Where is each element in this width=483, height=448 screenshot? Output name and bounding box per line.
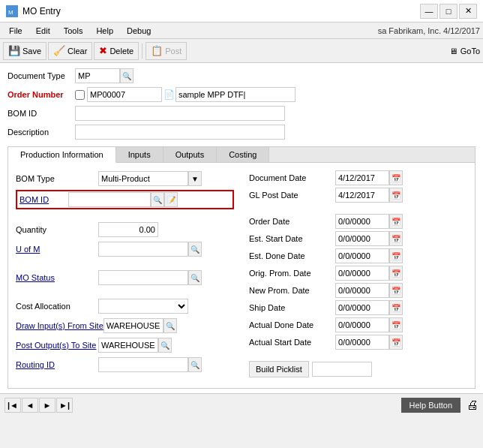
clear-icon: 🧹	[53, 45, 65, 56]
menu-debug[interactable]: Debug	[121, 25, 157, 37]
description-input[interactable]	[75, 125, 285, 140]
goto-label: GoTo	[460, 47, 480, 56]
cost-allocation-select[interactable]	[98, 299, 188, 314]
uom-lookup-icon[interactable]: 🔍	[188, 242, 202, 257]
order-note-input[interactable]	[176, 87, 296, 102]
quantity-row: Quantity	[16, 221, 234, 238]
post-icon: 📋	[151, 45, 163, 56]
bom-id-top-input[interactable]	[75, 106, 285, 121]
draw-inputs-input[interactable]	[104, 318, 164, 333]
post-button[interactable]: 📋 Post	[146, 42, 187, 60]
save-label: Save	[22, 47, 41, 56]
bom-id-note-icon[interactable]: 📝	[164, 192, 178, 207]
menu-tools[interactable]: Tools	[58, 25, 89, 37]
post-outputs-input[interactable]	[98, 338, 158, 353]
printer-icon[interactable]: 🖨	[466, 398, 478, 412]
uom-row: U of M 🔍	[16, 241, 234, 257]
new-prom-date-input[interactable]	[335, 283, 389, 298]
post-outputs-label[interactable]: Post Output(s) To Site	[16, 341, 98, 350]
nav-first-button[interactable]: |◄	[4, 398, 21, 413]
tab-inputs[interactable]: Inputs	[116, 147, 164, 162]
menu-edit[interactable]: Edit	[30, 25, 56, 37]
bom-id-link-label[interactable]: BOM ID	[20, 195, 68, 204]
actual-done-date-calendar-icon[interactable]: 📅	[389, 317, 403, 332]
order-date-calendar-icon[interactable]: 📅	[389, 214, 403, 229]
minimize-button[interactable]: —	[420, 4, 438, 19]
menu-file[interactable]: File	[3, 25, 28, 37]
orig-prom-date-calendar-icon[interactable]: 📅	[389, 266, 403, 281]
routing-id-input[interactable]	[98, 357, 188, 372]
delete-button[interactable]: ✖ Delete	[94, 42, 139, 60]
toolbar-right: 🖥 GoTo	[449, 47, 480, 56]
tab-left-column: BOM Type ▼ BOM ID 🔍 📝 Quantity	[16, 170, 234, 380]
orig-prom-date-input[interactable]	[335, 266, 389, 281]
order-date-row: Order Date 📅	[249, 214, 467, 229]
actual-done-date-row: Actual Done Date 📅	[249, 317, 467, 332]
order-date-input[interactable]	[335, 214, 389, 229]
uom-label[interactable]: U of M	[16, 245, 98, 254]
build-picklist-input[interactable]	[312, 362, 372, 377]
est-done-date-input[interactable]	[335, 248, 389, 263]
actual-done-date-input[interactable]	[335, 317, 389, 332]
document-type-input[interactable]	[75, 68, 120, 83]
clear-label: Clear	[68, 47, 87, 56]
tab-outputs[interactable]: Outputs	[164, 147, 218, 162]
save-button[interactable]: 💾 Save	[3, 42, 46, 60]
svg-text:M: M	[8, 9, 14, 16]
bom-type-dropdown-icon: ▼	[188, 171, 202, 186]
document-type-row: Document Type 🔍	[8, 68, 476, 84]
description-label: Description	[8, 128, 75, 137]
mo-status-label[interactable]: MO Status	[16, 273, 98, 282]
menu-help[interactable]: Help	[90, 25, 119, 37]
nav-next-button[interactable]: ►	[39, 398, 56, 413]
order-number-checkbox[interactable]	[75, 90, 85, 100]
post-outputs-row: Post Output(s) To Site 🔍	[16, 337, 234, 353]
ship-date-calendar-icon[interactable]: 📅	[389, 300, 403, 315]
orig-prom-date-label: Orig. Prom. Date	[249, 269, 335, 278]
new-prom-date-calendar-icon[interactable]: 📅	[389, 283, 403, 298]
post-outputs-lookup-icon[interactable]: 🔍	[158, 338, 172, 353]
bom-id-input[interactable]	[68, 192, 151, 207]
gl-post-date-calendar-icon[interactable]: 📅	[389, 188, 403, 203]
tab-costing[interactable]: Costing	[217, 147, 269, 162]
est-start-date-input[interactable]	[335, 231, 389, 246]
close-button[interactable]: ✕	[459, 4, 477, 19]
title-bar: M MO Entry — □ ✕	[0, 0, 483, 23]
tab-content-production-info: BOM Type ▼ BOM ID 🔍 📝 Quantity	[8, 163, 475, 388]
routing-id-label[interactable]: Routing ID	[16, 360, 98, 369]
actual-start-date-calendar-icon[interactable]: 📅	[389, 335, 403, 350]
est-done-date-calendar-icon[interactable]: 📅	[389, 248, 403, 263]
order-number-label: Order Number	[8, 90, 75, 99]
menu-bar: File Edit Tools Help Debug sa Fabrikam, …	[0, 23, 483, 39]
est-start-date-calendar-icon[interactable]: 📅	[389, 231, 403, 246]
help-button[interactable]: Help Button	[401, 398, 460, 413]
cost-allocation-row: Cost Allocation	[16, 298, 234, 314]
nav-prev-button[interactable]: ◄	[22, 398, 38, 413]
clear-button[interactable]: 🧹 Clear	[48, 42, 92, 60]
navigation-arrows: |◄ ◄ ► ►|	[4, 398, 73, 413]
draw-inputs-label[interactable]: Draw Input(s) From Site	[16, 321, 104, 330]
build-picklist-button[interactable]: Build Picklist	[249, 361, 309, 377]
nav-last-button[interactable]: ►|	[56, 398, 73, 413]
document-date-calendar-icon[interactable]: 📅	[389, 170, 403, 185]
save-icon: 💾	[8, 45, 20, 56]
mo-status-input[interactable]	[98, 270, 188, 285]
ship-date-label: Ship Date	[249, 303, 335, 312]
bom-type-input[interactable]	[98, 171, 188, 186]
cost-allocation-label: Cost Allocation	[16, 302, 98, 311]
bom-id-lookup-icon[interactable]: 🔍	[151, 192, 164, 207]
draw-inputs-lookup-icon[interactable]: 🔍	[164, 318, 177, 333]
bom-type-row: BOM Type ▼	[16, 170, 234, 187]
actual-start-date-input[interactable]	[335, 335, 389, 350]
order-number-input[interactable]	[87, 87, 162, 102]
tab-production-info[interactable]: Production Information	[8, 147, 116, 163]
mo-status-lookup-icon[interactable]: 🔍	[188, 270, 202, 285]
document-type-lookup[interactable]: 🔍	[120, 68, 134, 83]
routing-id-lookup-icon[interactable]: 🔍	[188, 357, 202, 372]
uom-input[interactable]	[98, 242, 188, 257]
maximize-button[interactable]: □	[440, 4, 458, 19]
quantity-input[interactable]	[98, 222, 158, 237]
gl-post-date-input[interactable]	[335, 188, 389, 203]
ship-date-input[interactable]	[335, 300, 389, 315]
document-date-input[interactable]	[335, 170, 389, 185]
